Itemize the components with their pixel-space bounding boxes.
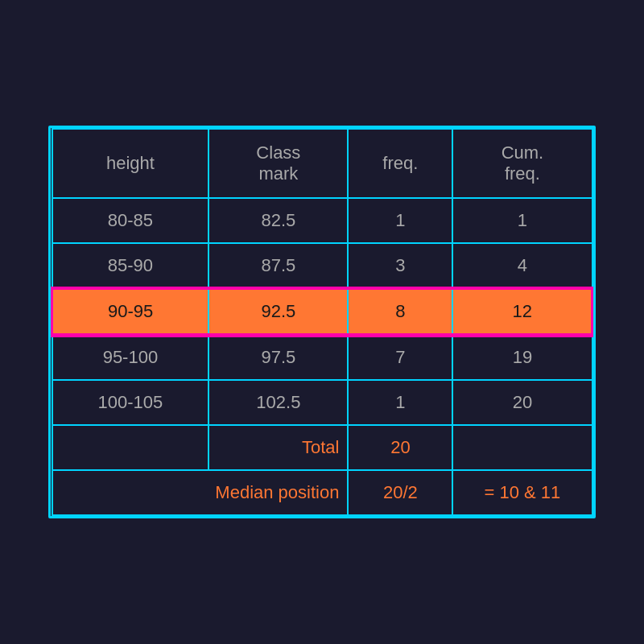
header-freq: freq. [348,129,452,198]
total-empty-2 [452,425,592,470]
header-class-mark: Classmark [208,129,348,198]
cell-cum-freq: 1 [452,198,592,243]
cell-class-mark: 97.5 [208,335,348,381]
cell-freq: 7 [348,335,452,381]
total-value: 20 [348,425,452,470]
median-result: = 10 & 11 [452,470,592,515]
statistics-table: height Classmark freq. Cum.freq. 80-85 8… [48,126,596,518]
table-row: 95-100 97.5 7 19 [52,335,592,381]
cell-class-mark: 102.5 [208,380,348,425]
median-value: 20/2 [348,470,452,515]
header-height: height [52,129,209,198]
cell-cum-freq: 20 [452,380,592,425]
cell-cum-freq: 4 [452,243,592,289]
cell-class-mark-highlighted: 92.5 [208,289,348,335]
cell-cum-freq: 19 [452,335,592,381]
cell-height: 80-85 [52,198,209,243]
table-row: 80-85 82.5 1 1 [52,198,592,243]
total-label: Total [208,425,348,470]
cell-cum-freq-highlighted: 12 [452,289,592,335]
total-row: Total 20 [52,425,592,470]
median-row: Median position 20/2 = 10 & 11 [52,470,592,515]
cell-height-highlighted: 90-95 [52,289,209,335]
median-label: Median position [52,470,349,515]
total-empty-1 [52,425,209,470]
cell-height: 100-105 [52,380,209,425]
cell-class-mark: 87.5 [208,243,348,289]
highlighted-table-row: 90-95 92.5 8 12 [52,289,592,335]
table-row: 85-90 87.5 3 4 [52,243,592,289]
cell-freq-highlighted: 8 [348,289,452,335]
table-row: 100-105 102.5 1 20 [52,380,592,425]
cell-freq: 1 [348,198,452,243]
header-cum-freq: Cum.freq. [452,129,592,198]
cell-freq: 3 [348,243,452,289]
cell-height: 85-90 [52,243,209,289]
cell-freq: 1 [348,380,452,425]
cell-height: 95-100 [52,335,209,381]
cell-class-mark: 82.5 [208,198,348,243]
